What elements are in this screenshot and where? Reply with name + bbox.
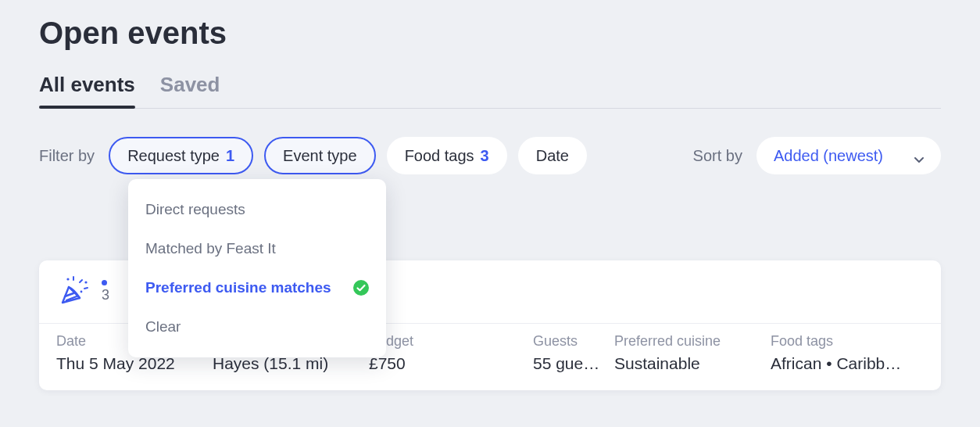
filter-pill-food-tags-count: 3 [481,147,489,165]
dropdown-item-label: Clear [145,318,181,336]
filter-pill-event-type-label: Event type [283,147,357,165]
filter-pill-request-type[interactable]: Request type 1 [109,137,253,174]
sort-select[interactable]: Added (newest) [756,137,941,174]
dropdown-item-label: Direct requests [145,201,245,218]
col-value-food-tags: African • Caribb… [771,354,924,373]
svg-point-0 [353,280,369,296]
dropdown-item-label: Preferred cuisine matches [145,279,331,296]
dropdown-item-matched-by-feast-it[interactable]: Matched by Feast It [128,229,386,268]
filter-pill-food-tags[interactable]: Food tags 3 [387,137,507,174]
filter-pill-event-type[interactable]: Event type [264,137,376,174]
filter-pill-request-type-count: 1 [226,147,234,165]
event-header-count: 3 [102,287,109,303]
svg-line-3 [84,288,88,289]
sort-selected-value: Added (newest) [774,147,883,165]
col-label-budget: Budget [369,333,533,350]
col-label-guests: Guests [533,333,614,350]
dropdown-item-clear[interactable]: Clear [128,307,386,346]
check-circle-icon [353,280,369,296]
dropdown-item-preferred-cuisine-matches[interactable]: Preferred cuisine matches [128,268,386,307]
filter-pill-date[interactable]: Date [518,137,587,174]
col-value-budget: £750 [369,354,533,373]
sort-by-label: Sort by [693,147,742,165]
tab-all-events[interactable]: All events [39,73,135,108]
dropdown-item-direct-requests[interactable]: Direct requests [128,190,386,229]
tabs: All events Saved [39,73,941,109]
svg-point-6 [80,291,83,293]
svg-point-5 [84,281,87,283]
status-dot-icon [102,280,107,285]
tab-saved[interactable]: Saved [160,73,220,108]
col-label-food-tags: Food tags [771,333,924,350]
filter-pill-request-type-label: Request type [127,147,220,165]
svg-point-4 [66,278,69,280]
filter-sort-row: Filter by Request type 1 Event type Food… [39,137,941,174]
svg-line-1 [80,280,82,282]
filter-pill-date-label: Date [536,147,569,165]
col-label-cuisine: Preferred cuisine [614,333,771,350]
request-type-dropdown: Direct requests Matched by Feast It Pref… [128,179,386,357]
dropdown-item-label: Matched by Feast It [145,240,276,257]
party-popper-icon [56,274,91,309]
filter-by-label: Filter by [39,147,95,165]
chevron-down-icon [914,151,924,160]
page-title: Open events [39,16,941,51]
col-value-guests: 55 gue… [533,354,614,373]
filter-pill-food-tags-label: Food tags [405,147,474,165]
col-value-cuisine: Sustainable [614,354,771,373]
